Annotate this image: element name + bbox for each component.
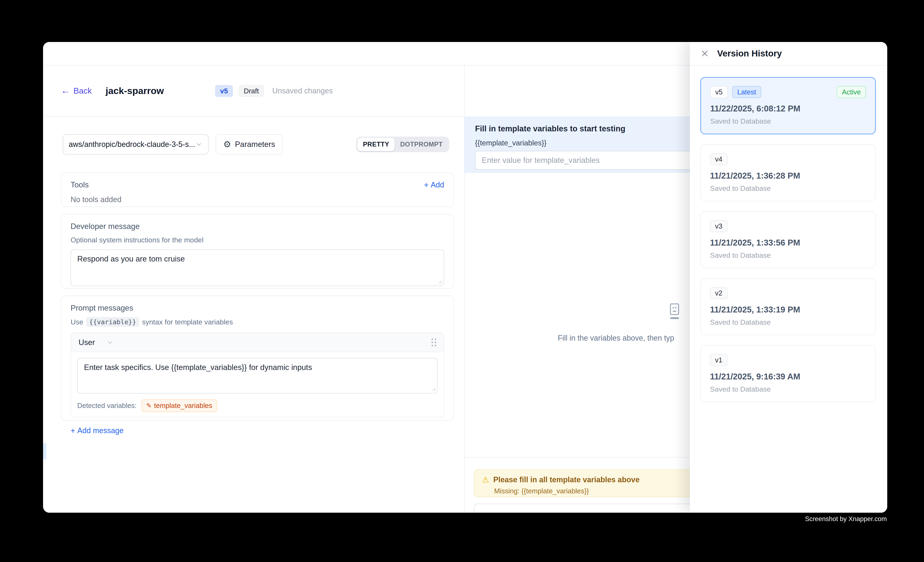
version-status: Saved to Database [710,251,866,259]
tools-title: Tools [70,181,88,189]
message-header: User [71,333,444,352]
draft-badge: Draft [239,85,264,97]
editor-toolbar: ← Back jack-sparrow v5 Draft Unsaved cha… [43,66,464,117]
version-timestamp: 11/21/2025, 1:33:19 PM [710,305,866,314]
detected-variables-label: Detected variables: [77,402,136,410]
model-select[interactable]: aws/anthropic/bedrock-claude-3-5-s... [63,134,208,154]
version-number-badge: v4 [710,153,728,165]
close-icon[interactable] [700,49,709,58]
add-tool-button[interactable]: + Add [424,181,444,189]
left-edge-element [43,443,46,460]
parameters-button[interactable]: ⚙ Parameters [216,134,283,154]
version-history-panel: Version History v5 Latest Active 11/22/2… [690,42,887,513]
resize-handle-icon[interactable] [437,279,442,284]
version-number-badge: v5 [710,86,728,98]
model-row: aws/anthropic/bedrock-claude-3-5-s... ⚙ … [63,134,457,154]
version-card-v4[interactable]: v4 11/21/2025, 1:36:28 PM Saved to Datab… [700,144,876,201]
version-timestamp: 11/22/2025, 6:08:12 PM [710,104,866,113]
version-card-v1[interactable]: v1 11/21/2025, 9:16:39 AM Saved to Datab… [700,345,876,402]
version-status: Saved to Database [710,318,866,326]
version-history-title: Version History [717,48,782,58]
version-card-v5[interactable]: v5 Latest Active 11/22/2025, 6:08:12 PM … [700,77,876,134]
message-body: Enter task specifics. Use {{template_var… [71,352,444,417]
prompt-messages-card: Prompt messages Use {{variable}} syntax … [61,296,454,420]
add-message-label: Add message [77,426,123,435]
detected-variable-chip[interactable]: ✎ template_variables [141,399,217,412]
developer-message-input[interactable]: Respond as you are tom cruise [70,250,444,286]
version-timestamp: 11/21/2025, 1:33:56 PM [710,238,866,247]
version-history-header: Version History [690,42,887,66]
chevron-down-icon[interactable] [106,339,114,346]
developer-message-title: Developer message [70,222,444,231]
tools-empty-text: No tools added [70,195,444,204]
back-label: Back [74,86,92,96]
version-status: Saved to Database [710,184,866,193]
unsaved-changes-label: Unsaved changes [272,87,333,95]
prompt-messages-title: Prompt messages [70,303,444,312]
add-tool-label: Add [431,181,444,189]
toggle-pretty[interactable]: PRETTY [357,138,394,151]
developer-message-subtitle: Optional system instructions for the mod… [70,236,444,244]
editor-content: aws/anthropic/bedrock-claude-3-5-s... ⚙ … [43,117,464,420]
drag-handle-icon[interactable] [432,338,436,346]
version-number-badge: v2 [710,287,728,299]
warning-title: Please fill in all template variables ab… [493,475,639,484]
version-list: v5 Latest Active 11/22/2025, 6:08:12 PM … [690,66,887,402]
format-toggle: PRETTY DOTPROMPT [356,137,449,152]
plus-icon: + [70,427,75,435]
pencil-icon: ✎ [146,402,152,409]
hint-prefix: Use [70,318,83,326]
plus-icon: + [424,181,429,189]
detected-variable-name: template_variables [154,402,212,410]
chevron-down-icon [195,140,202,148]
role-select[interactable]: User [78,338,95,347]
version-status: Saved to Database [710,117,866,125]
version-badge: v5 [215,85,233,97]
active-badge: Active [837,86,866,98]
version-card-v3[interactable]: v3 11/21/2025, 1:33:56 PM Saved to Datab… [700,211,876,268]
app-window: ← Back jack-sparrow v5 Draft Unsaved cha… [43,42,887,513]
version-number-badge: v1 [710,354,728,366]
version-timestamp: 11/21/2025, 1:36:28 PM [710,171,866,181]
add-message-button[interactable]: + Add message [70,426,444,435]
resize-handle-icon[interactable] [431,386,436,392]
message-block: User Enter task specifics. Use {{templat… [70,333,444,417]
warning-icon: ⚠ [482,476,489,484]
robot-icon [668,303,681,321]
tools-card: Tools + Add No tools added [61,172,454,207]
prompt-hint: Use {{variable}} syntax for template var… [70,317,444,327]
model-select-value: aws/anthropic/bedrock-claude-3-5-s... [69,140,195,149]
empty-state-text: Fill in the variables above, then typ [558,334,674,342]
page-title: jack-sparrow [106,85,164,96]
gear-icon: ⚙ [223,140,231,149]
latest-badge: Latest [732,86,761,98]
variable-syntax-chip: {{variable}} [86,317,139,327]
version-card-v2[interactable]: v2 11/21/2025, 1:33:19 PM Saved to Datab… [700,278,876,335]
parameters-label: Parameters [235,140,275,149]
watermark: Screenshot by Xnapper.com [805,515,887,523]
hint-suffix: syntax for template variables [142,318,233,326]
editor-pane: ← Back jack-sparrow v5 Draft Unsaved cha… [43,66,464,513]
toggle-dotprompt[interactable]: DOTPROMPT [394,138,448,151]
message-input[interactable]: Enter task specifics. Use {{template_var… [77,358,437,393]
back-button[interactable]: ← Back [61,86,92,96]
developer-message-card: Developer message Optional system instru… [61,214,454,288]
detected-variables-row: Detected variables: ✎ template_variables [77,399,437,412]
version-status: Saved to Database [710,385,866,393]
version-timestamp: 11/21/2025, 9:16:39 AM [710,372,866,381]
back-arrow-icon: ← [61,86,70,95]
version-number-badge: v3 [710,220,728,232]
